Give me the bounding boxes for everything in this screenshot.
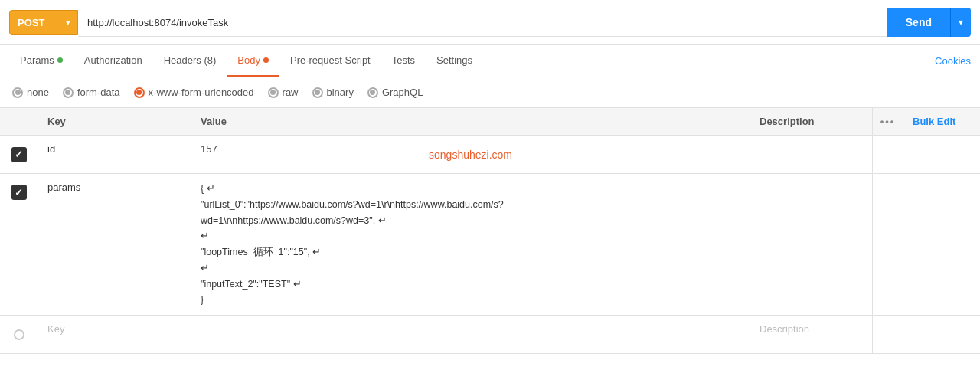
- send-btn-group: Send ▾: [887, 8, 971, 37]
- row2-more: [873, 174, 903, 315]
- row3-bulk: [903, 316, 980, 353]
- radio-none-label: none: [27, 87, 49, 98]
- tab-settings-label: Settings: [436, 54, 472, 66]
- tab-authorization-label: Authorization: [84, 54, 142, 66]
- radio-none[interactable]: none: [12, 87, 49, 98]
- radio-urlencoded-circle: [134, 87, 145, 98]
- radio-graphql[interactable]: GraphQL: [368, 87, 423, 98]
- col-bulk-edit[interactable]: Bulk Edit: [903, 108, 980, 135]
- method-selector[interactable]: POST ▾: [9, 10, 78, 35]
- row3-description[interactable]: Description: [750, 316, 873, 353]
- watermark: songshuhezi.com: [429, 149, 512, 161]
- tab-tests-label: Tests: [392, 54, 415, 66]
- table-wrapper: Key Value Description ••• Bulk Edit ✓ id…: [0, 108, 980, 354]
- row2-value[interactable]: { ↵ "urlList_0":"https://www.baidu.com/s…: [191, 174, 750, 315]
- radio-raw-circle: [268, 87, 279, 98]
- radio-graphql-circle: [368, 87, 378, 98]
- radio-form-data[interactable]: form-data: [63, 87, 120, 98]
- cookies-link[interactable]: Cookies: [935, 46, 971, 76]
- row1-key[interactable]: id: [38, 136, 191, 173]
- radio-form-data-label: form-data: [77, 87, 120, 98]
- send-arrow-button[interactable]: ▾: [950, 8, 971, 37]
- row1-more: [873, 136, 903, 173]
- row2-bulk: [903, 174, 980, 315]
- table-row: ✓ id 157 songshuhezi.com: [0, 136, 980, 174]
- tabs-bar: Params Authorization Headers (8) Body Pr…: [0, 45, 980, 77]
- method-chevron: ▾: [66, 18, 70, 27]
- radio-graphql-label: GraphQL: [382, 87, 423, 98]
- col-key: Key: [38, 108, 191, 135]
- col-more: •••: [873, 108, 903, 135]
- body-types: none form-data x-www-form-urlencoded raw…: [0, 77, 980, 108]
- row3-key[interactable]: Key: [38, 316, 191, 353]
- checkbox-empty: [14, 329, 24, 340]
- tab-headers-label: Headers (8): [164, 54, 217, 66]
- table-row: ✓ params { ↵ "urlList_0":"https://www.ba…: [0, 174, 980, 316]
- radio-binary-circle: [312, 87, 323, 98]
- table-row-empty: Key Description: [0, 316, 980, 354]
- col-description: Description: [750, 108, 873, 135]
- row1-bulk: [903, 136, 980, 173]
- tab-headers[interactable]: Headers (8): [153, 45, 227, 77]
- row2-key[interactable]: params: [38, 174, 191, 315]
- url-bar: POST ▾ Send ▾: [0, 0, 980, 45]
- col-value: Value: [191, 108, 750, 135]
- checkbox-checked: ✓: [11, 147, 27, 162]
- radio-urlencoded[interactable]: x-www-form-urlencoded: [134, 87, 254, 98]
- row3-checkbox: [0, 316, 38, 353]
- row2-description[interactable]: [750, 174, 873, 315]
- row2-checkbox[interactable]: ✓: [0, 174, 38, 315]
- method-label: POST: [18, 17, 44, 28]
- row3-more: [873, 316, 903, 353]
- tab-body[interactable]: Body: [227, 45, 279, 77]
- tab-settings[interactable]: Settings: [426, 45, 483, 77]
- radio-urlencoded-label: x-www-form-urlencoded: [149, 87, 254, 98]
- row1-value[interactable]: 157 songshuhezi.com: [191, 136, 750, 173]
- radio-form-data-circle: [63, 87, 74, 98]
- tab-pre-request-label: Pre-request Script: [290, 54, 371, 66]
- row1-checkbox[interactable]: ✓: [0, 136, 38, 173]
- radio-raw[interactable]: raw: [268, 87, 299, 98]
- tab-pre-request[interactable]: Pre-request Script: [279, 45, 381, 77]
- send-button[interactable]: Send: [887, 8, 950, 37]
- radio-raw-label: raw: [283, 87, 299, 98]
- row3-value[interactable]: [191, 316, 750, 353]
- col-checkbox: [0, 108, 38, 135]
- table-header: Key Value Description ••• Bulk Edit: [0, 108, 980, 136]
- radio-binary-label: binary: [327, 87, 354, 98]
- tab-params-label: Params: [20, 54, 54, 66]
- tab-params[interactable]: Params: [9, 45, 74, 77]
- radio-none-circle: [12, 87, 23, 98]
- tab-authorization[interactable]: Authorization: [74, 45, 153, 77]
- url-input[interactable]: [78, 8, 887, 37]
- radio-binary[interactable]: binary: [312, 87, 354, 98]
- tab-body-label: Body: [237, 54, 260, 66]
- params-dot: [57, 57, 63, 63]
- body-dot: [263, 57, 269, 63]
- tab-tests[interactable]: Tests: [381, 45, 426, 77]
- checkbox-checked: ✓: [11, 185, 27, 200]
- row1-description[interactable]: [750, 136, 873, 173]
